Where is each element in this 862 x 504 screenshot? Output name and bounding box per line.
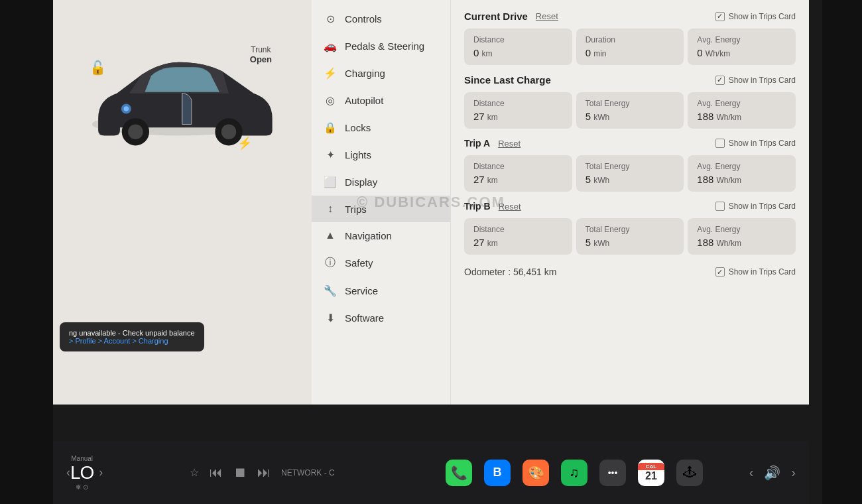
notification-popup: ng unavailable - Check unpaid balance > … — [60, 322, 204, 351]
odometer-show-trips-checkbox[interactable] — [715, 267, 725, 277]
trip-a-stats: Distance 27 km Total Energy 5 kWh Avg. E… — [464, 155, 796, 192]
media-app-icon[interactable]: 🎨 — [523, 460, 549, 486]
current-drive-reset-button[interactable]: Reset — [536, 11, 558, 21]
car-panel: Trunk Open 🔓 — [53, 0, 312, 405]
trip-a-reset-button[interactable]: Reset — [498, 139, 521, 149]
climate-right-arrow[interactable]: › — [99, 466, 103, 479]
since-last-charge-section: Since Last Charge Show in Trips Card Dis… — [464, 74, 796, 129]
sidebar-item-locks[interactable]: 🔒 Locks — [312, 114, 450, 141]
bluetooth-app-icon[interactable]: B — [484, 460, 511, 486]
sidebar-item-navigation-label: Navigation — [345, 230, 392, 241]
notification-link: > Profile > Account > Charging — [69, 337, 195, 345]
trip-b-stats: Distance 27 km Total Energy 5 kWh Avg. E… — [464, 218, 796, 255]
current-drive-stats: Distance 0 km Duration 0 min Avg. Energy… — [464, 29, 796, 65]
favorite-icon[interactable]: ☆ — [190, 466, 199, 479]
phone-app-icon[interactable]: 📞 — [446, 460, 472, 486]
media-section: ☆ ⏮ ⏹ ⏭ NETWORK - C — [176, 465, 432, 480]
since-last-charge-stats: Distance 27 km Total Energy 5 kWh Avg. E… — [464, 92, 796, 129]
bolt-icon: ⚡ — [237, 136, 252, 151]
trip-a-show-trips-label: Show in Trips Card — [729, 139, 796, 148]
sidebar-item-display[interactable]: ⬜ Display — [312, 168, 450, 196]
sidebar-item-pedals[interactable]: 🚗 Pedals & Steering — [312, 32, 450, 60]
sidebar-item-charging-label: Charging — [345, 68, 385, 79]
sidebar-item-service[interactable]: 🔧 Service — [312, 277, 450, 304]
sidebar-item-trips-label: Trips — [345, 204, 367, 215]
sidebar-item-pedals-label: Pedals & Steering — [345, 40, 424, 52]
spotify-app-icon[interactable]: ♫ — [561, 460, 587, 486]
trip-a-avg-energy-card: Avg. Energy 188 Wh/km — [688, 155, 796, 192]
sidebar-item-safety[interactable]: ⓘ Safety — [312, 249, 450, 277]
left-nav-arrow[interactable]: ‹ — [749, 465, 754, 480]
sidebar-item-navigation[interactable]: ▲ Navigation — [312, 222, 450, 249]
locks-icon: 🔒 — [324, 121, 337, 134]
trip-a-title: Trip A — [464, 138, 490, 149]
climate-section: Manual LO ❄ ⊙ › — [70, 455, 176, 491]
sidebar-item-locks-label: Locks — [345, 122, 371, 133]
games-app-icon[interactable]: 🕹 — [676, 460, 703, 486]
display-icon: ⬜ — [324, 176, 337, 188]
volume-icon[interactable]: 🔊 — [764, 465, 780, 481]
trips-content: Current Drive Reset Show in Trips Card D… — [451, 0, 809, 405]
since-last-charge-show-trips-label: Show in Trips Card — [729, 76, 796, 85]
climate-mode-label: Manual — [70, 455, 93, 462]
right-nav-arrow[interactable]: › — [791, 465, 796, 480]
trip-b-title: Trip B — [464, 201, 491, 212]
media-source-text: NETWORK - C — [281, 468, 335, 477]
sidebar-item-charging[interactable]: ⚡ Charging — [312, 60, 450, 87]
trip-a-section: Trip A Reset Show in Trips Card Distance… — [464, 138, 796, 192]
safety-icon: ⓘ — [324, 256, 337, 270]
sidebar-item-lights[interactable]: ✦ Lights — [312, 141, 450, 168]
trip-a-show-trips-checkbox[interactable] — [715, 139, 725, 148]
svg-point-6 — [124, 106, 129, 111]
charging-icon: ⚡ — [324, 67, 337, 80]
trip-b-distance-card: Distance 27 km — [464, 218, 572, 255]
taskbar: ‹ Manual LO ❄ ⊙ › ☆ ⏮ ⏹ ⏭ NETWORK - C 📞 … — [53, 441, 809, 504]
trip-b-total-energy-card: Total Energy 5 kWh — [576, 218, 684, 255]
autopilot-icon: ◎ — [324, 94, 337, 107]
trip-b-reset-button[interactable]: Reset — [499, 202, 521, 212]
media-controls: ⏮ ⏹ ⏭ — [210, 465, 271, 480]
trip-b-section: Trip B Reset Show in Trips Card Distance… — [464, 201, 796, 255]
current-drive-distance-card: Distance 0 km — [464, 29, 572, 65]
trip-b-avg-energy-card: Avg. Energy 188 Wh/km — [688, 218, 796, 255]
calendar-app-icon[interactable]: CAL 21 — [638, 460, 664, 486]
sidebar-item-trips[interactable]: ↕ Trips — [312, 196, 450, 222]
since-last-charge-show-trips-checkbox[interactable] — [715, 76, 725, 85]
trip-a-total-energy-card: Total Energy 5 kWh — [576, 155, 684, 192]
svg-point-4 — [221, 125, 237, 140]
sidebar-item-controls[interactable]: ⊙ Controls — [312, 5, 450, 32]
sidebar-item-autopilot[interactable]: ◎ Autopilot — [312, 87, 450, 114]
sidebar-item-autopilot-label: Autopilot — [345, 95, 383, 106]
since-last-charge-title: Since Last Charge — [464, 74, 551, 86]
navigation-icon: ▲ — [324, 229, 337, 241]
prev-track-icon[interactable]: ⏮ — [210, 465, 223, 480]
current-drive-title: Current Drive — [464, 11, 528, 22]
right-controls: ‹ 🔊 › — [716, 465, 796, 481]
odometer-text: Odometer : 56,451 km — [464, 267, 556, 277]
next-track-icon[interactable]: ⏭ — [257, 465, 271, 480]
trip-b-show-trips-label: Show in Trips Card — [729, 202, 796, 211]
current-drive-energy-card: Avg. Energy 0 Wh/km — [688, 29, 796, 65]
sidebar-item-safety-label: Safety — [345, 257, 373, 269]
climate-temp-value: LO — [70, 462, 93, 483]
right-bezel — [822, 0, 862, 504]
climate-display: Manual LO ❄ ⊙ — [70, 455, 93, 491]
left-bezel — [0, 0, 53, 504]
trip-b-show-trips-checkbox[interactable] — [715, 202, 725, 211]
lights-icon: ✦ — [324, 149, 337, 161]
current-drive-show-trips-checkbox[interactable] — [715, 12, 725, 21]
since-last-charge-avg-energy-card: Avg. Energy 188 Wh/km — [688, 92, 796, 129]
main-screen: Trunk Open 🔓 — [53, 0, 809, 405]
sidebar-item-software[interactable]: ⬇ Software — [312, 304, 450, 332]
sidebar-item-software-label: Software — [345, 312, 384, 324]
sidebar-nav: ⊙ Controls 🚗 Pedals & Steering ⚡ Chargin… — [312, 0, 451, 405]
climate-icons: ❄ ⊙ — [70, 483, 93, 491]
controls-icon: ⊙ — [324, 13, 337, 25]
since-last-charge-total-energy-card: Total Energy 5 kWh — [576, 92, 684, 129]
odometer-show-trips-label: Show in Trips Card — [729, 267, 796, 277]
sidebar-item-controls-label: Controls — [345, 13, 382, 25]
sidebar-item-display-label: Display — [345, 176, 377, 188]
current-drive-show-trips-label: Show in Trips Card — [729, 12, 796, 21]
stop-icon[interactable]: ⏹ — [233, 465, 247, 480]
more-app-icon[interactable]: ••• — [599, 460, 626, 486]
